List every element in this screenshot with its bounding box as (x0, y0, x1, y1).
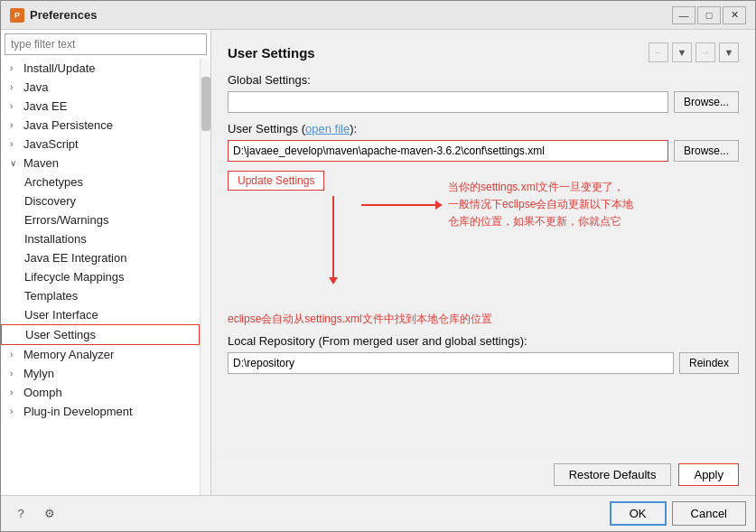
cancel-button[interactable]: Cancel (672, 501, 746, 526)
sidebar-item-label: Templates (24, 289, 78, 303)
sidebar-item-javascript[interactable]: › JavaScript (1, 135, 200, 154)
update-settings-button[interactable]: Update Settings (228, 171, 324, 191)
arrow-icon: › (10, 120, 21, 130)
sidebar: › Install/Update › Java › Java EE › Java… (1, 30, 211, 495)
panel-nav: ← ▼ → ▼ (649, 42, 739, 62)
arrow-icon: › (10, 350, 21, 359)
local-repo-row: Reindex (228, 352, 739, 374)
settings-icon-button[interactable]: ⚙ (39, 503, 61, 525)
apply-button[interactable]: Apply (678, 463, 739, 486)
help-button[interactable]: ? (10, 503, 32, 525)
sidebar-item-archetypes[interactable]: Archetypes (1, 173, 200, 191)
local-repo-label: Local Repository (From merged user and g… (228, 334, 739, 348)
sidebar-item-java-ee-integration[interactable]: Java EE Integration (1, 248, 200, 267)
arrowhead-down (329, 277, 338, 285)
arrow-right-annotation: 当你的settings.xml文件一旦变更了，一般情况下eclipse会自动更新… (361, 179, 633, 231)
arrow-icon: › (10, 82, 21, 92)
sidebar-item-mylyn[interactable]: › Mylyn (1, 364, 200, 383)
sidebar-item-oomph[interactable]: › Oomph (1, 383, 200, 402)
arrow-icon: › (10, 139, 21, 149)
panel-header: User Settings ← ▼ → ▼ (228, 42, 739, 62)
arrow-v-line (332, 196, 334, 277)
sidebar-item-label: Java EE Integration (24, 251, 126, 265)
arrow-icon: › (10, 63, 21, 73)
sidebar-item-label: Java (23, 80, 48, 94)
sidebar-item-java[interactable]: › Java (1, 78, 200, 97)
titlebar-left: P Preferences (10, 8, 97, 23)
sidebar-item-label: Install/Update (23, 61, 96, 75)
global-settings-label: Global Settings: (228, 73, 739, 87)
arrow-icon: › (10, 406, 21, 416)
global-browse-button[interactable]: Browse... (674, 91, 739, 113)
open-file-link[interactable]: open file (305, 122, 350, 135)
footer-right: OK Cancel (610, 501, 746, 526)
sidebar-item-errors-warnings[interactable]: Errors/Warnings (1, 210, 200, 229)
sidebar-item-lifecycle-mappings[interactable]: Lifecycle Mappings (1, 267, 200, 286)
sidebar-item-label: Mylyn (23, 367, 54, 380)
sidebar-scrollbar[interactable] (200, 59, 210, 495)
sidebar-item-label: Archetypes (24, 175, 83, 189)
right-container: User Settings ← ▼ → ▼ Global Settings: B… (211, 30, 755, 495)
preferences-window: P Preferences — □ ✕ › Install/Update › (0, 0, 756, 532)
sidebar-item-maven[interactable]: ∨ Maven (1, 154, 200, 173)
sidebar-item-label: Memory Analyzer (23, 348, 114, 361)
filter-input[interactable] (5, 33, 207, 55)
window-title: Preferences (30, 8, 97, 22)
ok-button[interactable]: OK (610, 501, 667, 526)
sidebar-item-label: Oomph (23, 386, 62, 399)
sidebar-item-label: User Settings (25, 328, 96, 341)
sidebar-item-label: Java Persistence (23, 118, 113, 132)
tree-area: › Install/Update › Java › Java EE › Java… (1, 59, 210, 495)
sidebar-item-installations[interactable]: Installations (1, 229, 200, 248)
footer-left: ? ⚙ (10, 503, 61, 525)
arrow-icon: › (10, 369, 21, 378)
arrowhead-right (435, 201, 443, 210)
nav-forward-button[interactable]: → (695, 42, 715, 62)
panel-bottom-bar: Restore Defaults Apply (211, 455, 755, 495)
global-settings-input[interactable] (228, 91, 668, 113)
sidebar-item-install-update[interactable]: › Install/Update (1, 59, 200, 78)
sidebar-item-discovery[interactable]: Discovery (1, 191, 200, 210)
close-button[interactable]: ✕ (723, 6, 746, 24)
right-scroll: User Settings ← ▼ → ▼ Global Settings: B… (211, 30, 755, 455)
help-icon: ? (17, 507, 23, 520)
sidebar-item-user-interface[interactable]: User Interface (1, 305, 200, 324)
sidebar-item-label: Errors/Warnings (24, 213, 108, 227)
panel-title: User Settings (228, 45, 315, 61)
arrow-icon: › (10, 101, 21, 111)
nav-dropdown-button[interactable]: ▼ (672, 42, 692, 62)
reindex-button[interactable]: Reindex (679, 352, 739, 374)
sidebar-item-templates[interactable]: Templates (1, 286, 200, 305)
app-icon: P (10, 8, 24, 23)
sidebar-item-java-ee[interactable]: › Java EE (1, 97, 200, 116)
user-browse-button[interactable]: Browse... (674, 140, 739, 162)
nav-back-button[interactable]: ← (649, 42, 668, 62)
user-settings-label: User Settings (open file): (228, 122, 739, 135)
sidebar-item-label: Installations (24, 232, 87, 246)
gear-icon: ⚙ (44, 507, 55, 520)
annotation-text-right: 当你的settings.xml文件一旦变更了，一般情况下eclipse会自动更新… (448, 179, 633, 231)
arrow-down-annotation (329, 196, 338, 285)
sidebar-item-label: Discovery (24, 194, 76, 208)
maximize-button[interactable]: □ (697, 6, 721, 24)
sidebar-item-java-persistence[interactable]: › Java Persistence (1, 116, 200, 135)
sidebar-item-user-settings[interactable]: User Settings (1, 324, 200, 345)
global-settings-row: Browse... (228, 91, 739, 113)
sidebar-item-label: Lifecycle Mappings (24, 270, 125, 284)
restore-defaults-button[interactable]: Restore Defaults (554, 463, 672, 486)
arrow-icon: ∨ (10, 158, 21, 168)
user-settings-row: Browse... (228, 140, 739, 162)
nav-forward-dropdown-button[interactable]: ▼ (719, 42, 739, 62)
arrow-line (361, 204, 435, 206)
sidebar-item-label: Java EE (23, 99, 67, 113)
titlebar-controls: — □ ✕ (672, 6, 746, 24)
user-settings-input[interactable] (228, 140, 668, 162)
window-footer: ? ⚙ OK Cancel (1, 495, 755, 531)
titlebar: P Preferences — □ ✕ (1, 1, 755, 30)
sidebar-item-plugin-development[interactable]: › Plug-in Development (1, 402, 200, 421)
sidebar-item-memory-analyzer[interactable]: › Memory Analyzer (1, 345, 200, 364)
minimize-button[interactable]: — (672, 6, 695, 24)
sidebar-item-label: Maven (23, 156, 59, 170)
scroll-thumb (201, 77, 210, 131)
local-repo-input[interactable] (228, 352, 674, 374)
